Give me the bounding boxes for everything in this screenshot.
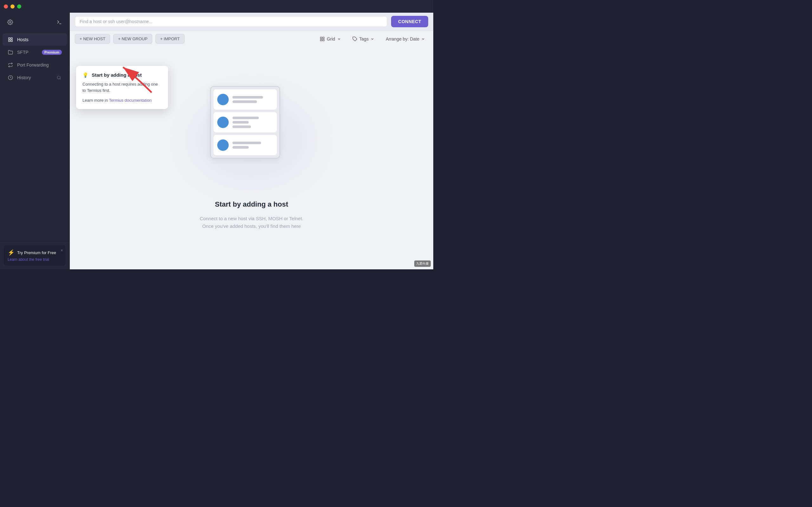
mock-host-card-3 bbox=[213, 135, 277, 155]
mock-avatar-3 bbox=[217, 139, 229, 151]
host-illustration bbox=[210, 86, 293, 194]
app-body: Hosts SFTP Premium bbox=[0, 13, 433, 269]
toolbar-right: Grid Tags Arrange by: Date bbox=[316, 35, 428, 43]
mock-host-lines-3 bbox=[233, 142, 273, 149]
svg-rect-13 bbox=[320, 39, 322, 41]
history-label: History bbox=[17, 75, 31, 80]
sidebar-item-sftp[interactable]: SFTP Premium bbox=[3, 46, 67, 58]
mock-line-3b bbox=[233, 146, 249, 149]
sidebar-nav: Hosts SFTP Premium bbox=[0, 32, 69, 241]
mock-line-2c bbox=[233, 125, 251, 128]
arrange-button[interactable]: Arrange by: Date bbox=[383, 35, 428, 43]
bolt-icon: ⚡ bbox=[8, 249, 14, 256]
connect-button[interactable]: CONNECT bbox=[391, 16, 428, 27]
sidebar-header bbox=[0, 13, 69, 32]
svg-rect-6 bbox=[9, 40, 10, 42]
grid-label: Grid bbox=[327, 37, 335, 42]
mock-line-1a bbox=[233, 96, 263, 99]
search-input-wrapper[interactable] bbox=[75, 16, 387, 27]
premium-title: Try Premium for Free bbox=[17, 250, 56, 255]
import-button[interactable]: + IMPORT bbox=[155, 34, 185, 44]
close-button[interactable] bbox=[4, 4, 8, 9]
title-bar bbox=[0, 0, 433, 13]
hosts-icon bbox=[8, 37, 13, 43]
svg-rect-7 bbox=[11, 40, 12, 42]
sidebar-item-port-forwarding[interactable]: Port Forwarding bbox=[3, 59, 67, 71]
search-bar: CONNECT bbox=[70, 13, 433, 31]
mock-line-3a bbox=[233, 142, 261, 144]
mock-host-card-1 bbox=[213, 89, 277, 110]
svg-rect-14 bbox=[322, 39, 324, 41]
arrange-chevron-icon bbox=[421, 37, 425, 41]
empty-state-line2: Once you've added hosts, you'll find the… bbox=[202, 223, 301, 229]
minimize-button[interactable] bbox=[10, 4, 14, 9]
empty-state-subtitle: Connect to a new host via SSH, MOSH or T… bbox=[200, 215, 304, 230]
mock-host-lines-1 bbox=[233, 96, 273, 103]
tags-label: Tags bbox=[359, 37, 369, 42]
hosts-label: Hosts bbox=[17, 37, 29, 42]
arrange-label: Arrange by: Date bbox=[386, 37, 419, 42]
sftp-premium-badge: Premium bbox=[42, 50, 62, 55]
sftp-icon bbox=[8, 49, 13, 55]
grid-icon bbox=[320, 37, 325, 42]
tooltip-learn-prefix: Learn more in bbox=[83, 98, 109, 103]
mock-line-1b bbox=[233, 101, 257, 103]
tags-button[interactable]: Tags bbox=[349, 35, 378, 43]
sidebar-item-history[interactable]: History bbox=[3, 72, 67, 83]
maximize-button[interactable] bbox=[17, 4, 21, 9]
tooltip-learn-more: Learn more in Termius documentation bbox=[83, 98, 162, 103]
sidebar-bottom: × ⚡ Try Premium for Free Learn about the… bbox=[0, 241, 69, 269]
premium-banner-close[interactable]: × bbox=[61, 248, 63, 253]
sftp-label: SFTP bbox=[17, 50, 29, 55]
tags-chevron-icon bbox=[370, 37, 374, 41]
content-area: 💡 Start by adding a host Connecting to a… bbox=[70, 47, 433, 269]
new-host-button[interactable]: + NEW HOST bbox=[75, 34, 110, 44]
svg-line-10 bbox=[60, 78, 61, 79]
new-group-button[interactable]: + NEW GROUP bbox=[113, 34, 152, 44]
history-search-icon[interactable] bbox=[56, 75, 62, 80]
mock-line-2a bbox=[233, 117, 259, 119]
settings-button[interactable] bbox=[5, 17, 15, 27]
svg-point-0 bbox=[9, 21, 11, 23]
svg-rect-11 bbox=[320, 37, 322, 39]
tooltip-title-text: Start by adding a host bbox=[92, 72, 142, 78]
mock-avatar-1 bbox=[217, 94, 229, 105]
history-icon bbox=[8, 75, 13, 80]
grid-view-button[interactable]: Grid bbox=[316, 35, 344, 43]
mock-line-2b bbox=[233, 121, 249, 124]
premium-banner: × ⚡ Try Premium for Free Learn about the… bbox=[4, 245, 66, 266]
grid-chevron-icon bbox=[337, 37, 341, 41]
sidebar-item-hosts[interactable]: Hosts bbox=[3, 34, 67, 46]
tooltip-popover: 💡 Start by adding a host Connecting to a… bbox=[76, 66, 168, 109]
tooltip-learn-link[interactable]: Termius documentation bbox=[109, 98, 152, 103]
search-input[interactable] bbox=[80, 19, 383, 24]
empty-state-line1: Connect to a new host via SSH, MOSH or T… bbox=[200, 216, 304, 221]
tooltip-body: Connecting to a host requires adding one… bbox=[83, 81, 162, 94]
svg-rect-4 bbox=[9, 38, 10, 39]
empty-state-title: Start by adding a host bbox=[215, 200, 288, 209]
svg-rect-12 bbox=[322, 37, 324, 39]
port-forwarding-icon bbox=[8, 62, 13, 68]
watermark: 九爱向量 bbox=[414, 261, 431, 267]
tags-icon bbox=[352, 37, 357, 42]
tooltip-title: 💡 Start by adding a host bbox=[83, 72, 162, 78]
mock-host-lines-2 bbox=[233, 117, 273, 128]
mock-avatar-2 bbox=[217, 117, 229, 128]
premium-learn-link[interactable]: Learn about the free trial bbox=[8, 257, 62, 262]
toolbar: + NEW HOST + NEW GROUP + IMPORT Grid bbox=[70, 31, 433, 47]
new-terminal-button[interactable] bbox=[54, 17, 64, 27]
mock-host-card-2 bbox=[213, 112, 277, 132]
main-content: CONNECT + NEW HOST + NEW GROUP + IMPORT … bbox=[70, 13, 433, 269]
svg-point-9 bbox=[57, 76, 60, 79]
host-list-mock bbox=[210, 86, 280, 158]
port-forwarding-label: Port Forwarding bbox=[17, 62, 49, 67]
tooltip-icon: 💡 bbox=[83, 72, 89, 78]
svg-rect-5 bbox=[11, 38, 12, 39]
sidebar: Hosts SFTP Premium bbox=[0, 13, 70, 269]
